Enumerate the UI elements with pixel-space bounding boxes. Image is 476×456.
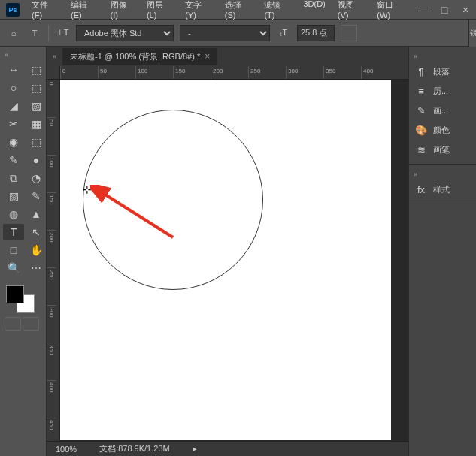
eraser-tool[interactable]: ◔ — [26, 170, 47, 186]
gradient-tool[interactable]: ▨ — [3, 188, 24, 204]
ruler-tick: 350 — [323, 66, 361, 79]
blur-tool[interactable]: ✎ — [26, 188, 47, 204]
panel-label: 画笔 — [433, 144, 450, 156]
rectangle-tool[interactable]: □ — [3, 242, 24, 258]
menu-3d[interactable]: 3D(D) — [297, 0, 331, 23]
slice-tool[interactable]: ▨ — [26, 98, 47, 114]
circle-path[interactable] — [83, 110, 263, 290]
brushes-icon: ≋ — [415, 143, 427, 156]
lasso-tool[interactable]: ○ — [3, 80, 24, 96]
marquee-tool[interactable]: ⬚ — [26, 80, 47, 96]
menu-image[interactable]: 图像(I) — [105, 0, 141, 23]
tools-panel: « ↔ ⬚ ○ ⬚ ◢ ▨ ✂ ▦ ◉ ⬚ ✎ ● ⧉ ◔ ▨ ✎ ◍ ▲ T … — [0, 47, 47, 456]
ruler-tick: 400 — [47, 380, 56, 418]
move-tool[interactable]: ↔ — [3, 62, 24, 78]
path-select-tool[interactable]: ↖ — [26, 224, 47, 240]
tools-grid: ↔ ⬚ ○ ⬚ ◢ ▨ ✂ ▦ ◉ ⬚ ✎ ● ⧉ ◔ ▨ ✎ ◍ ▲ T ↖ … — [2, 60, 44, 278]
text-orient-icon[interactable]: ⊥T — [55, 26, 70, 41]
close-button[interactable]: × — [455, 0, 476, 20]
ruler-tick: 50 — [47, 117, 56, 155]
history-brush-tool[interactable]: ⧉ — [3, 170, 24, 186]
document-page[interactable]: ⊹ — [60, 80, 391, 440]
crop-tool[interactable]: ◢ — [3, 98, 24, 114]
type-tool-icon[interactable]: T — [27, 26, 42, 41]
menu-window[interactable]: 窗口(W) — [371, 0, 413, 23]
ruler-tick: 300 — [286, 66, 323, 79]
history-icon: ≡ — [415, 85, 427, 97]
canvas[interactable]: ⊹ — [60, 80, 408, 441]
zoom-level[interactable]: 100% — [56, 445, 77, 454]
brush-tool[interactable]: ✎ — [3, 152, 24, 168]
palette-icon: 🎨 — [415, 124, 427, 136]
status-arrow-icon[interactable]: ▸ — [193, 444, 197, 454]
font-style-select[interactable]: - — [180, 25, 270, 41]
eyedropper-tool[interactable]: ◉ — [3, 134, 24, 150]
ruler-tick: 100 — [135, 66, 173, 79]
ruler-corner — [47, 66, 60, 80]
ps-logo-icon: Ps — [6, 3, 20, 17]
type-tool[interactable]: T — [3, 224, 24, 240]
ruler-tick: 50 — [98, 66, 135, 79]
document-tab[interactable]: 未标题-1 @ 100% (背景, RGB/8#) * × — [62, 48, 217, 65]
spot-heal-tool[interactable]: ⬚ — [26, 134, 47, 150]
font-family-select[interactable]: Adobe 黑体 Std — [76, 25, 174, 41]
brushes-panel[interactable]: ≋ 画笔 — [409, 140, 476, 159]
panel-label: 颜色 — [433, 125, 450, 136]
color-panel[interactable]: 🎨 颜色 — [409, 120, 476, 140]
screen-mode[interactable] — [23, 317, 39, 331]
tab-strip: « 未标题-1 @ 100% (背景, RGB/8#) * × — [47, 47, 408, 66]
panel-expand-icon[interactable]: » — [409, 169, 476, 180]
tabs-expand-icon[interactable]: « — [53, 53, 56, 60]
ruler-tick: 450 — [47, 418, 56, 441]
hand-tool[interactable]: ✋ — [26, 242, 47, 258]
styles-panel[interactable]: fx 样式 — [409, 180, 476, 199]
panel-label: 画... — [433, 105, 448, 116]
ruler-tick: 350 — [47, 343, 56, 380]
brush-icon: ✎ — [415, 104, 427, 116]
clone-tool[interactable]: ● — [26, 152, 47, 168]
document-info[interactable]: 文档:878.9K/1.23M — [99, 443, 170, 454]
zoom-tool[interactable]: 🔍 — [3, 260, 24, 276]
ruler-vertical[interactable]: 0 50 100 150 200 250 300 350 400 450 — [47, 80, 60, 441]
ruler-tick: 250 — [47, 267, 56, 305]
frame-tool[interactable]: ✂ — [3, 116, 24, 132]
menu-bar: 文件(F) 编辑(E) 图像(I) 图层(L) 文字(Y) 选择(S) 滤镜(T… — [26, 0, 413, 23]
pen-tool[interactable]: ▲ — [26, 206, 47, 222]
menu-select[interactable]: 选择(S) — [219, 0, 259, 23]
ruler-tick: 300 — [47, 305, 56, 343]
status-bar: 100% 文档:878.9K/1.23M ▸ — [47, 441, 408, 456]
main-area: « ↔ ⬚ ○ ⬚ ◢ ▨ ✂ ▦ ◉ ⬚ ✎ ● ⧉ ◔ ▨ ✎ ◍ ▲ T … — [0, 47, 476, 456]
options-bar: ⌂ T ⊥T Adobe 黑体 Std - ₜT — [0, 20, 476, 47]
document-area: « 未标题-1 @ 100% (背景, RGB/8#) * × 0 50 100… — [47, 47, 408, 456]
panel-label: 段落 — [433, 66, 450, 77]
document-tab-title: 未标题-1 @ 100% (背景, RGB/8#) * — [70, 51, 200, 62]
edit-toolbar[interactable]: ⋯ — [26, 260, 47, 276]
history-panel[interactable]: ≡ 历... — [409, 81, 476, 101]
paragraph-panel[interactable]: ¶ 段落 — [409, 62, 476, 81]
ruler-tick: 0 — [60, 66, 98, 79]
panel-label: 样式 — [433, 184, 450, 195]
panel-expand-icon[interactable]: » — [409, 51, 476, 62]
menu-filter[interactable]: 滤镜(T) — [258, 0, 297, 23]
tools-expand-icon[interactable]: « — [2, 50, 44, 60]
color-swatches[interactable] — [2, 284, 44, 314]
close-tab-icon[interactable]: × — [205, 51, 210, 62]
dodge-tool[interactable]: ◍ — [3, 206, 24, 222]
menu-layer[interactable]: 图层(L) — [141, 0, 179, 23]
ruler-horizontal[interactable]: 0 50 100 150 200 250 300 350 400 — [60, 66, 408, 80]
menu-edit[interactable]: 编辑(E) — [65, 0, 105, 23]
maximize-button[interactable]: □ — [434, 0, 455, 20]
menu-file[interactable]: 文件(F) — [26, 0, 65, 23]
quick-select-tool[interactable]: ▦ — [26, 116, 47, 132]
quick-mask-mode[interactable] — [5, 317, 21, 331]
menu-text[interactable]: 文字(Y) — [179, 0, 219, 23]
font-size-input[interactable] — [297, 25, 335, 41]
foreground-color[interactable] — [6, 285, 24, 303]
menu-view[interactable]: 视图(V) — [332, 0, 371, 23]
artboard-tool[interactable]: ⬚ — [26, 62, 47, 78]
right-panels: » ¶ 段落 ≡ 历... ✎ 画... 🎨 颜色 ≋ 画笔 » — [408, 47, 476, 456]
minimize-button[interactable]: — — [413, 0, 434, 20]
anti-alias-box[interactable] — [341, 25, 357, 41]
brush-panel[interactable]: ✎ 画... — [409, 101, 476, 120]
home-icon[interactable]: ⌂ — [6, 26, 21, 41]
